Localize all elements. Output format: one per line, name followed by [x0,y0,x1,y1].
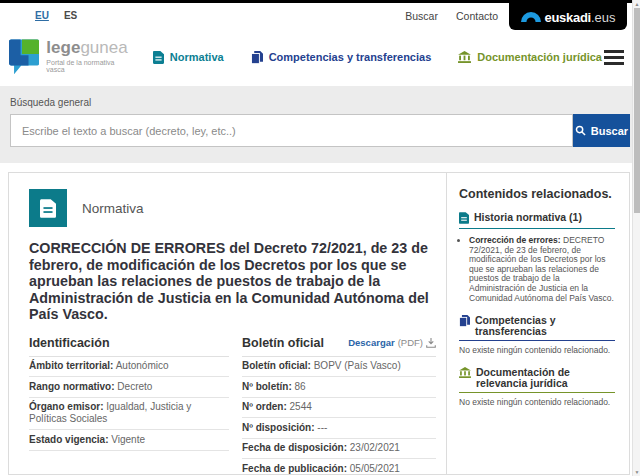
nav-documentacion[interactable]: Documentación jurídica [458,51,602,63]
euskadi-brand-text: euskadi [545,10,591,25]
site-header: legegunea Portal de la normativa vasca N… [0,28,640,86]
lang-eu-link[interactable]: EU [35,10,49,21]
scroll-down-icon[interactable]: ▼ [633,469,640,475]
copy-icon [251,51,263,64]
utility-bar: EU ES Buscar Contacto euskadi.eus [0,3,640,28]
documentacion-section: Documentación de relevancia jurídica No … [459,367,615,407]
search-section: Búsqueda general Buscar [0,86,640,163]
documentacion-empty-text: No existe ningún contenido relacionado. [459,397,615,407]
nav-competencias-label: Competencias y transferencias [269,51,432,63]
documentacion-heading-label: Documentación de relevancia jurídica [476,367,615,388]
field-num-orden: Nº orden: 2544 [242,398,436,419]
euskadi-tld-text: .eus [591,10,616,25]
logo-gunea: gunea [80,38,127,57]
field-num-boletin: Nº boletín: 86 [242,377,436,398]
nav-competencias[interactable]: Competencias y transferencias [251,51,432,64]
identificacion-heading: Identificación [29,336,229,357]
normativa-tile [29,189,67,227]
document-icon [459,212,469,224]
historia-normativa-section: Historia normativa (1) Corrección de err… [459,212,615,303]
lang-es-link[interactable]: ES [64,10,77,21]
section-label: Normativa [82,201,144,216]
descargar-pdf-link[interactable]: Descargar (PDF) [348,337,436,348]
boletin-section: Boletín oficial Descargar (PDF) Boletín … [229,336,436,474]
related-heading: Contenidos relacionados. [459,187,615,201]
field-estado-vigencia: Estado vigencia: Vigente [29,430,229,451]
euskadi-arc-icon [521,12,541,22]
boletin-heading: Boletín oficial [242,336,324,350]
competencias-empty-text: No existe ningún contenido relacionado. [459,345,615,355]
contacto-link[interactable]: Contacto [456,10,498,22]
bank-icon [459,367,471,378]
utility-links: Buscar Contacto [405,10,498,22]
related-sidebar: Contenidos relacionados. Historia normat… [446,173,629,474]
search-input[interactable] [10,114,573,147]
historia-normativa-link[interactable]: Historia normativa (1) [459,212,615,229]
field-num-disposicion: Nº disposición: --- [242,418,436,439]
search-icon [575,125,586,136]
scrollbar-thumb[interactable] [634,8,640,213]
legegunea-logo[interactable]: legegunea Portal de la normativa vasca [9,39,133,76]
logo-tagline: Portal de la normativa vasca [46,59,133,73]
logo-lege: lege [46,38,80,57]
scroll-up-icon[interactable]: ▲ [633,1,640,7]
document-icon [153,51,164,64]
page-scrollbar[interactable]: ▲ ▼ [632,0,640,476]
search-button[interactable]: Buscar [573,114,630,147]
document-icon [40,199,56,218]
hamburger-menu-icon[interactable] [602,45,626,70]
search-label: Búsqueda general [10,97,630,108]
normativa-card: Normativa CORRECCIÓN DE ERRORES del Decr… [8,172,630,475]
nav-normativa-label: Normativa [170,51,224,63]
documentacion-link[interactable]: Documentación de relevancia jurídica [459,367,615,393]
competencias-heading-label: Competencias y transferencias [475,315,615,336]
legegunea-bubble-icon [9,39,39,76]
identificacion-section: Identificación Ámbito territorial: Auton… [29,336,229,474]
euskadi-logo[interactable]: euskadi.eus [509,3,627,30]
bank-icon [458,51,471,63]
main-nav: Normativa Competencias y transferencias … [153,51,602,64]
nav-documentacion-label: Documentación jurídica [477,51,602,63]
field-ambito-territorial: Ámbito territorial: Autonómico [29,357,229,378]
download-icon [426,338,436,348]
field-fecha-publicacion: Fecha de publicación: 05/05/2021 [242,459,436,474]
field-boletin-oficial: Boletín oficial: BOPV (País Vasco) [242,357,436,378]
competencias-section: Competencias y transferencias No existe … [459,315,615,355]
historia-item-link[interactable]: Corrección de errores: DECRETO 72/2021, … [469,236,615,303]
historia-heading-label: Historia normativa (1) [474,212,582,223]
field-fecha-disposicion: Fecha de disposición: 23/02/2021 [242,439,436,460]
nav-normativa[interactable]: Normativa [153,51,224,64]
normativa-main: Normativa CORRECCIÓN DE ERRORES del Decr… [9,173,446,474]
field-rango-normativo: Rango normativo: Decreto [29,377,229,398]
competencias-link[interactable]: Competencias y transferencias [459,315,615,341]
field-organo-emisor: Órgano emisor: Igualdad, Justicia y Polí… [29,398,229,431]
copy-icon [459,315,470,327]
buscar-link[interactable]: Buscar [405,10,438,22]
search-button-label: Buscar [591,125,628,137]
logo-text: legegunea Portal de la normativa vasca [46,39,133,73]
page: EU ES Buscar Contacto euskadi.eus legegu… [0,0,640,476]
document-title: CORRECCIÓN DE ERRORES del Decreto 72/202… [29,240,446,323]
